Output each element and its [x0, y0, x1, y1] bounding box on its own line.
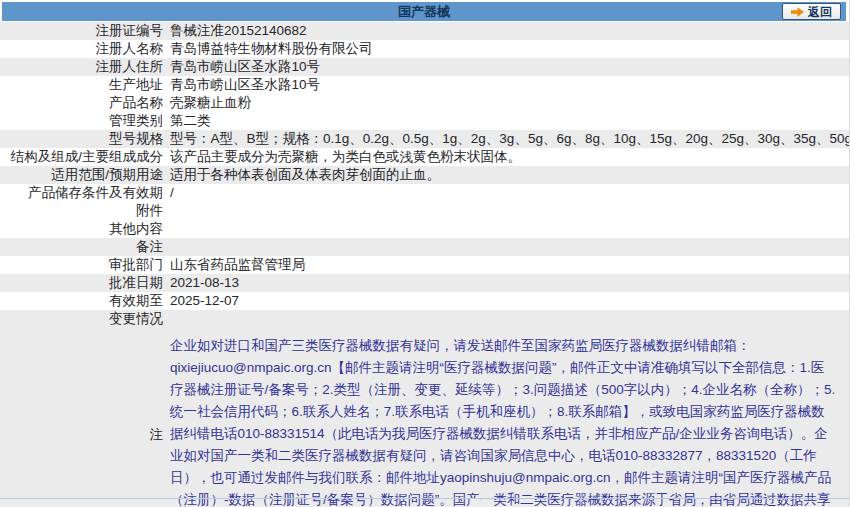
table-row: 注册证编号 鲁械注准20152140682: [0, 22, 849, 40]
note-label: 注: [0, 328, 163, 507]
table-row: 产品名称 壳聚糖止血粉: [0, 94, 849, 112]
row-value: [163, 238, 849, 256]
row-label: 结构及组成/主要组成成分: [0, 148, 163, 166]
row-label: 产品名称: [0, 94, 163, 112]
row-value: [163, 310, 849, 328]
row-value: 型号：A型、B型；规格：0.1g、0.2g、0.5g、1g、2g、3g、5g、6…: [163, 130, 849, 148]
row-label: 注册人名称: [0, 40, 163, 58]
table-row: 有效期至 2025-12-07: [0, 292, 849, 310]
detail-table: 注册证编号 鲁械注准20152140682 注册人名称 青岛博益特生物材料股份有…: [0, 22, 849, 328]
row-label: 有效期至: [0, 292, 163, 310]
row-value: 2021-08-13: [163, 274, 849, 292]
row-value: 山东省药品监督管理局: [163, 256, 849, 274]
table-row: 批准日期 2021-08-13: [0, 274, 849, 292]
row-value: 青岛市崂山区圣水路10号: [163, 76, 849, 94]
row-value: [163, 220, 849, 238]
row-label: 附件: [0, 202, 163, 220]
table-row: 注册人住所 青岛市崂山区圣水路10号: [0, 58, 849, 76]
table-row: 结构及组成/主要组成成分 该产品主要成分为壳聚糖，为类白色或浅黄色粉末状固体。: [0, 148, 849, 166]
row-label: 审批部门: [0, 256, 163, 274]
row-value: 鲁械注准20152140682: [163, 22, 849, 40]
row-value: 青岛博益特生物材料股份有限公司: [163, 40, 849, 58]
row-label: 备注: [0, 238, 163, 256]
back-button-top[interactable]: 返回: [782, 3, 841, 20]
row-value: [163, 202, 849, 220]
table-row: 型号规格 型号：A型、B型；规格：0.1g、0.2g、0.5g、1g、2g、3g…: [0, 130, 849, 148]
row-label: 型号规格: [0, 130, 163, 148]
row-value: 2025-12-07: [163, 292, 849, 310]
row-value: 壳聚糖止血粉: [163, 94, 849, 112]
row-label: 批准日期: [0, 274, 163, 292]
table-row: 管理类别 第二类: [0, 112, 849, 130]
table-row: 产品储存条件及有效期 /: [0, 184, 849, 202]
table-row: 备注: [0, 238, 849, 256]
row-value: 青岛市崂山区圣水路10号: [163, 58, 849, 76]
back-arrow-icon: [791, 7, 804, 17]
row-label: 其他内容: [0, 220, 163, 238]
table-row: 适用范围/预期用途 适用于各种体表创面及体表肉芽创面的止血。: [0, 166, 849, 184]
title-bar: 国产器械 返回: [2, 2, 846, 21]
row-value: 第二类: [163, 112, 849, 130]
row-label: 管理类别: [0, 112, 163, 130]
bottom-divider: [0, 498, 849, 499]
device-detail-page: 国产器械 返回 注册证编号 鲁械注准20152140682 注册人名称 青岛博益…: [0, 0, 850, 507]
table-row: 注册人名称 青岛博益特生物材料股份有限公司: [0, 40, 849, 58]
note-row: 注 企业如对进口和国产三类医疗器械数据有疑问，请发送邮件至国家药监局医疗器械数据…: [0, 328, 849, 507]
row-label: 注册人住所: [0, 58, 163, 76]
row-label: 注册证编号: [0, 22, 163, 40]
table-row: 审批部门 山东省药品监督管理局: [0, 256, 849, 274]
row-label: 变更情况: [0, 310, 163, 328]
row-value: 适用于各种体表创面及体表肉芽创面的止血。: [163, 166, 849, 184]
row-value: 该产品主要成分为壳聚糖，为类白色或浅黄色粉末状固体。: [163, 148, 849, 166]
row-label: 适用范围/预期用途: [0, 166, 163, 184]
note-text: 企业如对进口和国产三类医疗器械数据有疑问，请发送邮件至国家药监局医疗器械数据纠错…: [163, 328, 849, 507]
table-row: 其他内容: [0, 220, 849, 238]
page-title: 国产器械: [2, 2, 846, 21]
table-row: 生产地址 青岛市崂山区圣水路10号: [0, 76, 849, 94]
row-value: /: [163, 184, 849, 202]
row-label: 生产地址: [0, 76, 163, 94]
back-button-label: 返回: [808, 6, 832, 18]
row-label: 产品储存条件及有效期: [0, 184, 163, 202]
table-row: 附件: [0, 202, 849, 220]
table-row: 变更情况: [0, 310, 849, 328]
